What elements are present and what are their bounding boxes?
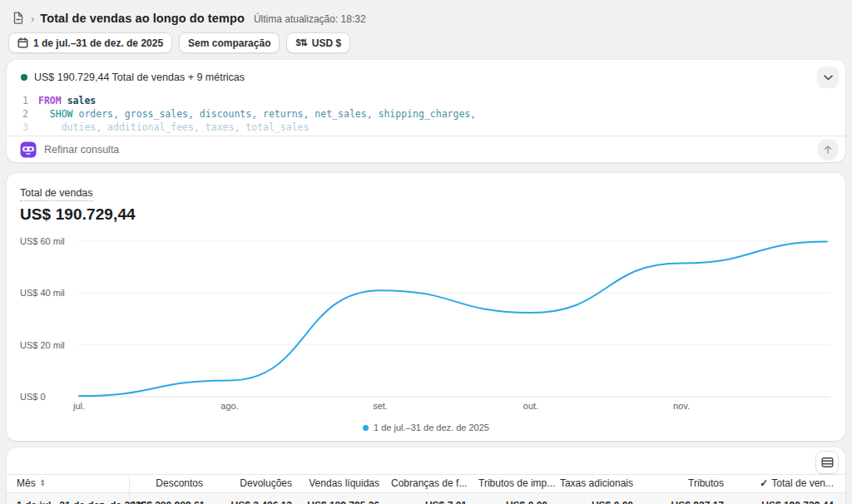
column-label: Descontos	[156, 477, 203, 489]
table-header-row: Mês▲▼DescontosDevoluçõesVendas líquidasC…	[7, 475, 845, 493]
y-axis-tick-label: US$ 60 mil	[20, 236, 65, 246]
currency-button[interactable]: $⇅ USD $	[286, 32, 350, 53]
table-cell: -US$ 3.486,13	[215, 493, 304, 504]
code-token: duties, additional_fees, taxes, total_sa…	[38, 121, 309, 134]
report-icon	[12, 11, 25, 25]
query-summary-row: US$ 190.729,44 Total de vendas + 9 métri…	[7, 60, 845, 91]
results-table: Mês▲▼DescontosDevoluçõesVendas líquidasC…	[7, 474, 845, 504]
line-number: 3	[7, 121, 38, 134]
table-card: Mês▲▼DescontosDevoluçõesVendas líquidasC…	[7, 447, 845, 504]
table-cell: US$ 189.795,26	[304, 493, 391, 504]
code-line: 3 duties, additional_fees, taxes, total_…	[7, 121, 845, 134]
metric-status-dot	[21, 74, 27, 81]
column-header-4[interactable]: Vendas líquidas	[304, 475, 391, 493]
query-code-editor[interactable]: 1FROM sales2 SHOW orders, gross_sales, d…	[7, 91, 845, 136]
table-cell: -US$ 380.989,61	[129, 493, 215, 504]
x-axis-tick-label: nov.	[673, 401, 690, 411]
code-token: SHOW	[38, 107, 73, 121]
column-label: Devoluções	[240, 477, 292, 489]
table-cell: 1 de jul.–31 de dez. de 2025	[7, 493, 129, 504]
currency-label: USD $	[312, 37, 341, 49]
last-updated-text: Última atualização: 18:32	[254, 13, 366, 25]
table-icon	[821, 457, 834, 468]
arrow-up-icon	[823, 145, 833, 155]
x-axis-tick-label: ago.	[220, 401, 238, 411]
comparison-label: Sem comparação	[188, 37, 270, 49]
page-title: Total de vendas ao longo do tempo	[40, 12, 245, 25]
column-header-8[interactable]: Tributos	[645, 475, 736, 493]
column-header-9[interactable]: ✓Total de ven...	[736, 475, 845, 493]
column-label: Tributos de imp...	[478, 477, 555, 489]
column-header-6[interactable]: Tributos de imp...	[478, 475, 559, 493]
line-chart[interactable]: US$ 60 milUS$ 40 milUS$ 20 milUS$ 0jul.a…	[20, 230, 832, 415]
metric-label[interactable]: Total de vendas	[20, 187, 93, 201]
calendar-icon	[17, 37, 28, 48]
column-label: Taxas adicionais	[560, 477, 633, 489]
collapse-query-button[interactable]	[817, 67, 839, 88]
y-axis-tick-label: US$ 40 mil	[20, 288, 65, 298]
currency-exchange-icon: $⇅	[295, 37, 306, 48]
legend-series-dot	[363, 425, 369, 431]
y-axis-tick-label: US$ 0	[20, 392, 46, 402]
page-header: › Total de vendas ao longo do tempo Últi…	[0, 0, 852, 25]
sort-icon[interactable]: ▲▼	[40, 479, 46, 487]
series-line	[79, 242, 827, 396]
query-card: US$ 190.729,44 Total de vendas + 9 métri…	[7, 60, 845, 162]
chart-card: Total de vendas US$ 190.729,44 US$ 60 mi…	[7, 173, 845, 441]
breadcrumb-separator: ›	[31, 12, 34, 25]
code-token: orders, gross_sales, discounts, returns,…	[73, 107, 477, 121]
column-header-5[interactable]: Cobranças de f...	[391, 475, 478, 493]
sidekick-assistant-icon	[20, 141, 37, 158]
refine-query-row[interactable]: Refinar consulta	[7, 136, 845, 162]
column-header-7[interactable]: Taxas adicionais	[559, 475, 645, 493]
line-number: 2	[7, 107, 38, 121]
chart-legend: 1 de jul.–31 de dez. de 2025	[20, 422, 832, 432]
table-cell: US$ 190.729,44	[736, 493, 845, 504]
column-label: Tributos	[688, 477, 724, 489]
table-row[interactable]: 1 de jul.–31 de dez. de 2025-US$ 380.989…	[7, 493, 845, 504]
filter-toolbar: 1 de jul.–31 de dez. de 2025 Sem compara…	[0, 25, 852, 53]
column-header-3[interactable]: Devoluções	[215, 475, 304, 493]
code-token: FROM	[38, 94, 62, 107]
submit-query-button[interactable]	[817, 139, 839, 161]
query-summary-text: US$ 190.729,44 Total de vendas + 9 métri…	[34, 72, 245, 83]
table-view-button[interactable]	[815, 451, 839, 474]
table-cell: US$ 0,00	[559, 493, 645, 504]
x-axis-tick-label: out.	[523, 401, 538, 411]
code-line: 2 SHOW orders, gross_sales, discounts, r…	[7, 107, 845, 121]
table-toolbar	[7, 447, 845, 474]
table-cell: US$ 0,00	[478, 493, 559, 504]
y-axis-tick-label: US$ 20 mil	[20, 340, 65, 350]
column-label: Total de ven...	[771, 477, 834, 489]
date-range-label: 1 de jul.–31 de dez. de 2025	[33, 37, 163, 49]
date-range-button[interactable]: 1 de jul.–31 de dez. de 2025	[8, 32, 172, 53]
x-axis-tick-label: jul.	[72, 401, 85, 411]
x-axis-tick-label: set.	[373, 401, 388, 411]
table-cell: US$ 7,01	[391, 493, 478, 504]
code-token: sales	[62, 94, 97, 107]
column-label: Mês	[17, 477, 36, 489]
chevron-down-icon	[824, 75, 833, 81]
column-label: Cobranças de f...	[391, 477, 467, 489]
metric-value: US$ 190.729,44	[20, 205, 832, 224]
check-icon: ✓	[760, 477, 768, 489]
refine-query-placeholder: Refinar consulta	[44, 144, 119, 156]
code-line: 1FROM sales	[7, 94, 845, 107]
table-cell: US$ 927,17	[645, 493, 736, 504]
column-header-2[interactable]: Descontos	[129, 475, 215, 493]
comparison-button[interactable]: Sem comparação	[179, 32, 280, 53]
column-header-1[interactable]: Mês▲▼	[7, 475, 129, 493]
column-label: Vendas líquidas	[309, 477, 379, 489]
legend-series-label: 1 de jul.–31 de dez. de 2025	[374, 422, 489, 432]
line-number: 1	[7, 94, 38, 107]
